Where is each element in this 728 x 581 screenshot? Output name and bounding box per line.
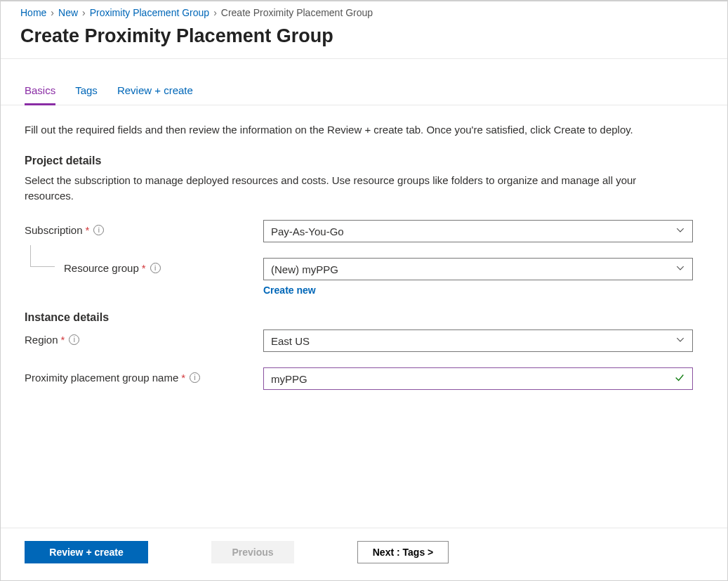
breadcrumb-link-ppg[interactable]: Proximity Placement Group — [90, 7, 209, 18]
required-asterisk: * — [142, 262, 146, 274]
required-asterisk: * — [181, 372, 185, 384]
checkmark-icon — [674, 372, 685, 386]
ppg-name-value: myPPG — [271, 373, 307, 385]
resource-group-value: (New) myPPG — [271, 263, 338, 275]
tab-bar: Basics Tags Review + create — [1, 84, 727, 105]
info-icon[interactable]: i — [150, 263, 161, 273]
tab-review-create[interactable]: Review + create — [117, 84, 193, 105]
chevron-right-icon: › — [82, 7, 86, 18]
intro-text: Fill out the required fields and then re… — [25, 122, 670, 138]
page-frame: Home › New › Proximity Placement Group ›… — [0, 0, 728, 581]
breadcrumb-current: Create Proximity Placement Group — [221, 7, 373, 18]
row-region: Region * i East US — [25, 329, 703, 352]
label-resource-group: Resource group * i — [25, 258, 263, 274]
region-value: East US — [271, 335, 310, 347]
required-asterisk: * — [61, 334, 65, 346]
footer-bar: Review + create Previous Next : Tags > — [1, 528, 727, 580]
chevron-right-icon: › — [51, 7, 54, 18]
section-heading-project-details: Project details — [25, 155, 703, 167]
info-icon[interactable]: i — [190, 372, 200, 383]
chevron-down-icon — [675, 263, 685, 275]
info-icon[interactable]: i — [69, 334, 79, 345]
label-subscription-text: Subscription — [25, 224, 83, 236]
tab-tags[interactable]: Tags — [75, 84, 98, 105]
content-area: Fill out the required fields and then re… — [1, 105, 727, 528]
previous-button: Previous — [211, 541, 294, 563]
ppg-name-input[interactable]: myPPG — [263, 367, 693, 390]
breadcrumb: Home › New › Proximity Placement Group ›… — [1, 1, 727, 21]
chevron-down-icon — [675, 335, 685, 347]
subscription-value: Pay-As-You-Go — [271, 226, 344, 237]
title-row: Create Proximity Placement Group — [1, 21, 727, 59]
review-create-button[interactable]: Review + create — [25, 541, 148, 563]
chevron-right-icon: › — [213, 7, 217, 18]
tab-basics[interactable]: Basics — [25, 84, 55, 105]
section-text-project-details: Select the subscription to manage deploy… — [25, 173, 670, 204]
create-new-link[interactable]: Create new — [263, 285, 316, 296]
row-resource-group: Resource group * i (New) myPPG Create ne… — [25, 258, 703, 296]
subscription-select[interactable]: Pay-As-You-Go — [263, 220, 693, 242]
label-ppg-name-text: Proximity placement group name — [25, 372, 178, 384]
required-asterisk: * — [86, 224, 90, 236]
row-subscription: Subscription * i Pay-As-You-Go — [25, 220, 703, 242]
resource-group-select[interactable]: (New) myPPG — [263, 258, 693, 280]
label-subscription: Subscription * i — [25, 220, 263, 236]
page-title: Create Proximity Placement Group — [20, 25, 710, 47]
row-ppg-name: Proximity placement group name * i myPPG — [25, 367, 703, 390]
label-region: Region * i — [25, 329, 263, 346]
section-heading-instance-details: Instance details — [25, 311, 703, 324]
chevron-down-icon — [675, 226, 685, 237]
breadcrumb-link-new[interactable]: New — [58, 7, 78, 18]
breadcrumb-link-home[interactable]: Home — [20, 7, 46, 18]
region-select[interactable]: East US — [263, 329, 693, 352]
label-resource-group-text: Resource group — [64, 262, 139, 274]
label-region-text: Region — [25, 334, 58, 346]
label-ppg-name: Proximity placement group name * i — [25, 367, 263, 384]
next-button[interactable]: Next : Tags > — [357, 541, 449, 563]
info-icon[interactable]: i — [93, 225, 104, 235]
